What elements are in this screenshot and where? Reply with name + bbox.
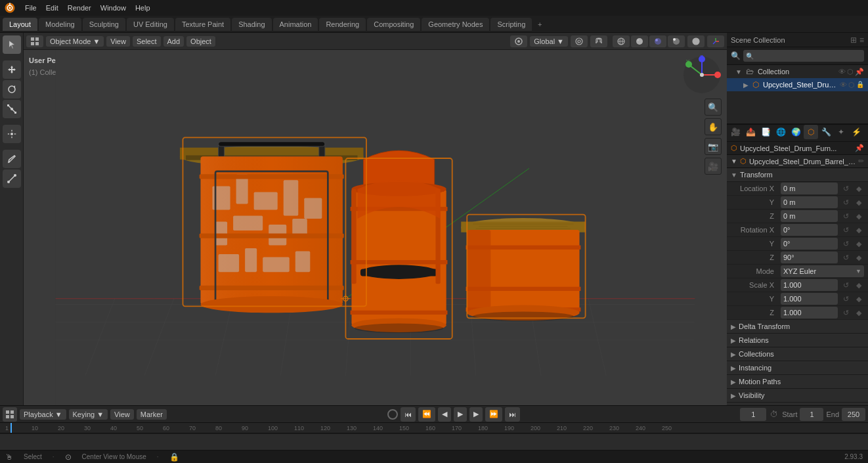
- prop-physics-btn[interactable]: ⚡: [849, 125, 863, 139]
- object-mode-dropdown[interactable]: Object Mode ▼: [46, 36, 104, 47]
- upcycled-restrict-icon[interactable]: 🔒: [856, 81, 864, 89]
- camera-btn[interactable]: 📷: [705, 138, 722, 155]
- end-frame-input[interactable]: [842, 408, 865, 421]
- menu-render[interactable]: Render: [64, 3, 95, 13]
- timeline-editor-type-btn[interactable]: [3, 407, 17, 422]
- scale-x-value[interactable]: 1.000: [781, 279, 838, 291]
- solid-btn[interactable]: [631, 35, 648, 47]
- rotation-mode-select[interactable]: XYZ Euler ▼: [781, 265, 864, 277]
- global-dropdown[interactable]: Global ▼: [530, 36, 568, 47]
- rotation-x-lock-icon[interactable]: ↺: [840, 225, 851, 235]
- collection-eye-icon[interactable]: 👁: [838, 68, 846, 76]
- tab-texture-paint[interactable]: Texture Paint: [175, 18, 230, 31]
- menu-help[interactable]: Help: [131, 3, 154, 13]
- outliner-settings-icon[interactable]: ≡: [859, 35, 864, 45]
- scale-z-lock-icon[interactable]: ↺: [840, 307, 851, 318]
- collections-header[interactable]: ▶ Collections: [727, 347, 868, 361]
- next-frame-btn[interactable]: ⏩: [485, 407, 502, 422]
- prop-modifier-btn[interactable]: 🔧: [819, 125, 833, 139]
- location-y-value[interactable]: 0 m: [781, 196, 838, 208]
- render-btn[interactable]: 🎥: [705, 158, 722, 175]
- select-menu[interactable]: Select: [133, 36, 161, 47]
- scale-y-value[interactable]: 1.000: [781, 293, 838, 305]
- outliner-item-upcycled[interactable]: ▶ ⬡ Upcycled_Steel_Drum_Ba... 👁 ⬡ 🔒: [727, 78, 868, 91]
- location-z-lock-icon[interactable]: ↺: [840, 211, 851, 221]
- tool-cursor[interactable]: [3, 35, 21, 54]
- tool-scale[interactable]: [3, 100, 21, 118]
- tab-uv-editing[interactable]: UV Editing: [127, 18, 174, 31]
- prop-scene-btn[interactable]: 🌐: [773, 125, 788, 139]
- prop-object-btn[interactable]: ⬡: [804, 125, 818, 139]
- rotation-z-anim-icon[interactable]: ◆: [854, 252, 864, 263]
- overlay-btn[interactable]: [687, 35, 705, 47]
- tool-annotate[interactable]: [3, 150, 21, 168]
- motion-paths-header[interactable]: ▶ Motion Paths: [727, 375, 868, 389]
- menu-file[interactable]: File: [21, 3, 41, 13]
- prop-view-layer-btn[interactable]: 📑: [758, 125, 773, 139]
- tab-shading[interactable]: Shading: [232, 18, 271, 31]
- location-x-lock-icon[interactable]: ↺: [840, 183, 851, 194]
- tab-rendering[interactable]: Rendering: [319, 18, 366, 31]
- obj-pin-icon[interactable]: 📌: [855, 144, 864, 152]
- prev-frame-btn[interactable]: ⏪: [418, 407, 435, 422]
- pan-btn[interactable]: ✋: [705, 118, 722, 135]
- location-y-lock-icon[interactable]: ↺: [840, 197, 851, 208]
- tab-layout[interactable]: Layout: [3, 18, 37, 31]
- start-frame-input[interactable]: [800, 408, 823, 421]
- zoom-btn[interactable]: 🔍: [705, 99, 722, 116]
- tool-transform[interactable]: [3, 125, 21, 143]
- proportional-editing-btn[interactable]: [571, 35, 588, 47]
- outliner-filter-icon[interactable]: ⊞: [850, 35, 857, 45]
- timeline-bar[interactable]: [0, 434, 868, 450]
- visibility-header[interactable]: ▶ Visibility: [727, 389, 868, 403]
- location-x-anim-icon[interactable]: ◆: [854, 183, 864, 194]
- upcycled-monitor-icon[interactable]: ⬡: [848, 81, 855, 89]
- outliner-search-input[interactable]: [743, 50, 864, 62]
- scale-x-lock-icon[interactable]: ↺: [840, 280, 851, 290]
- tool-rotate[interactable]: [3, 80, 21, 99]
- instancing-header[interactable]: ▶ Instancing: [727, 361, 868, 375]
- rotation-z-value[interactable]: 90°: [781, 252, 838, 263]
- location-y-anim-icon[interactable]: ◆: [854, 197, 864, 208]
- play-btn[interactable]: ▶: [454, 407, 467, 422]
- playhead[interactable]: [11, 423, 12, 433]
- tab-geometry-nodes[interactable]: Geometry Nodes: [422, 18, 489, 31]
- current-frame-input[interactable]: [740, 408, 766, 421]
- rotation-y-lock-icon[interactable]: ↺: [840, 238, 851, 249]
- timeline-content[interactable]: 1 10 20 30 40 50 60 70 80 90 100 110 120…: [0, 423, 868, 450]
- gizmo-btn[interactable]: [707, 35, 724, 47]
- prop-render-btn[interactable]: 🎥: [728, 125, 743, 139]
- editor-type-menu[interactable]: [26, 35, 43, 47]
- transform-section-header[interactable]: ▼ Transform: [727, 168, 868, 182]
- tab-animation[interactable]: Animation: [273, 18, 318, 31]
- timeline-view-btn[interactable]: View: [110, 409, 134, 420]
- playback-btn[interactable]: Playback ▼: [20, 409, 66, 420]
- add-workspace-button[interactable]: +: [533, 18, 546, 31]
- jump-end-btn[interactable]: ⏭: [505, 407, 520, 422]
- outliner-item-collection[interactable]: ▼ 🗁 Collection 👁 ⬡ 📌: [727, 65, 868, 78]
- scale-x-anim-icon[interactable]: ◆: [854, 280, 864, 290]
- keying-btn[interactable]: Keying ▼: [69, 409, 108, 420]
- rotation-y-anim-icon[interactable]: ◆: [854, 238, 864, 249]
- scale-z-value[interactable]: 1.000: [781, 307, 838, 319]
- material-preview-btn[interactable]: [649, 35, 666, 47]
- viewport-shading-group[interactable]: [510, 35, 527, 47]
- scale-z-anim-icon[interactable]: ◆: [854, 307, 864, 318]
- delta-transform-header[interactable]: ▶ Delta Transform: [727, 320, 868, 334]
- tab-sculpting[interactable]: Sculpting: [83, 18, 125, 31]
- prop-world-btn[interactable]: 🌍: [789, 125, 803, 139]
- obj-edit-icon[interactable]: ✏: [858, 157, 864, 165]
- rotation-x-value[interactable]: 0°: [781, 224, 838, 236]
- add-menu[interactable]: Add: [163, 36, 184, 47]
- scale-y-anim-icon[interactable]: ◆: [854, 294, 864, 304]
- location-x-value[interactable]: 0 m: [781, 183, 838, 194]
- rendered-btn[interactable]: [668, 35, 685, 47]
- marker-btn[interactable]: Marker: [137, 409, 167, 420]
- rotation-y-value[interactable]: 0°: [781, 238, 838, 250]
- collection-monitor-icon[interactable]: ⬡: [847, 68, 854, 76]
- tool-measure[interactable]: [3, 169, 21, 188]
- tab-scripting[interactable]: Scripting: [490, 18, 532, 31]
- snap-btn[interactable]: [590, 35, 607, 47]
- view-menu[interactable]: View: [106, 36, 130, 47]
- viewport[interactable]: Object Mode ▼ View Select Add Object Glo…: [24, 33, 727, 405]
